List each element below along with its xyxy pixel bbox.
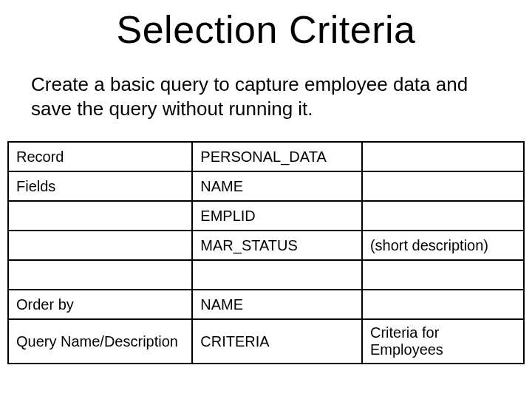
table-row: MAR_STATUS (short description)	[8, 231, 524, 260]
cell-label	[8, 231, 192, 260]
cell-label	[8, 260, 192, 290]
cell-value: PERSONAL_DATA	[192, 142, 362, 171]
cell-label: Order by	[8, 290, 192, 319]
table-row	[8, 260, 524, 290]
cell-value: CRITERIA	[192, 319, 362, 364]
table-row: EMPLID	[8, 201, 524, 231]
cell-note	[362, 171, 524, 201]
table-row: Order by NAME	[8, 290, 524, 319]
cell-note: Criteria for Employees	[362, 319, 524, 364]
cell-value	[192, 260, 362, 290]
slide-title: Selection Criteria	[0, 7, 532, 52]
cell-value: MAR_STATUS	[192, 231, 362, 260]
cell-label: Query Name/Description	[8, 319, 192, 364]
cell-note	[362, 290, 524, 319]
cell-note	[362, 260, 524, 290]
cell-value: NAME	[192, 171, 362, 201]
cell-label	[8, 201, 192, 231]
cell-note	[362, 142, 524, 171]
criteria-table: Record PERSONAL_DATA Fields NAME EMPLID …	[7, 141, 525, 364]
slide-description: Create a basic query to capture employee…	[31, 72, 501, 120]
table-row: Query Name/Description CRITERIA Criteria…	[8, 319, 524, 364]
cell-label: Record	[8, 142, 192, 171]
cell-label: Fields	[8, 171, 192, 201]
cell-value: EMPLID	[192, 201, 362, 231]
table-row: Fields NAME	[8, 171, 524, 201]
cell-note: (short description)	[362, 231, 524, 260]
cell-note	[362, 201, 524, 231]
cell-value: NAME	[192, 290, 362, 319]
table-row: Record PERSONAL_DATA	[8, 142, 524, 171]
